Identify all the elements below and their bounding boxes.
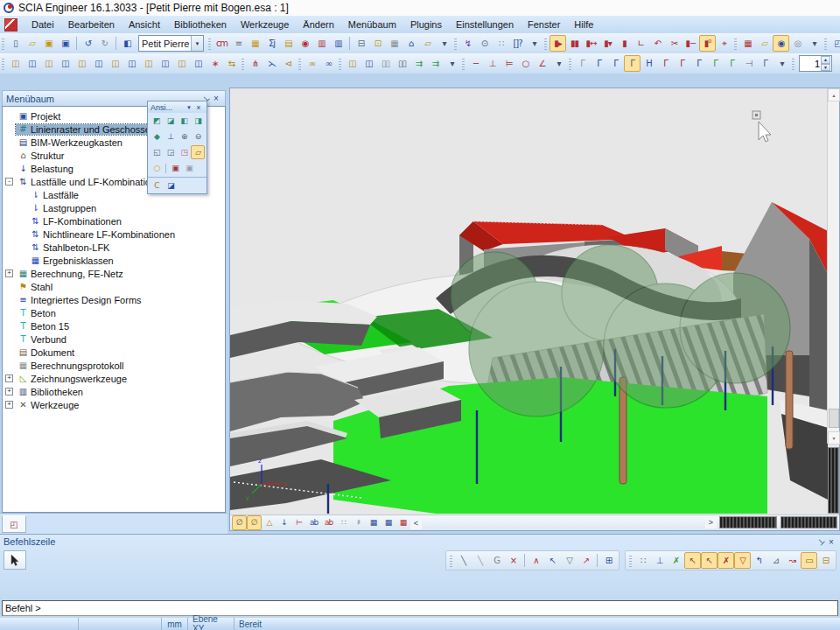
horizontal-pan-control-1[interactable] — [719, 516, 777, 528]
visibility-off-icon[interactable]: ◎ — [789, 35, 806, 52]
hinge-ry-icon[interactable]: Γ — [674, 55, 690, 72]
copy-attributes-icon[interactable]: ◫ — [344, 55, 360, 72]
vertex-poly-icon[interactable]: ▽ — [561, 552, 578, 569]
show-slabs-icon[interactable]: ◫ — [74, 55, 90, 72]
show-numbering-icon[interactable]: ▦ — [381, 515, 396, 530]
drawing-icon[interactable]: ▱ — [419, 35, 436, 52]
beam-remove-icon[interactable]: ▮− — [682, 35, 699, 52]
close-icon[interactable]: × — [211, 94, 221, 103]
tree-item-beton-15[interactable]: TBeton 15 — [3, 319, 225, 332]
scroll-down-icon[interactable]: ▼ — [828, 431, 840, 444]
document-table-icon[interactable]: ▦ — [386, 35, 402, 52]
gallery-icon[interactable]: ▥ — [313, 35, 330, 52]
close-icon[interactable]: × — [193, 103, 204, 112]
escape-icon[interactable]: ↯ — [459, 35, 476, 52]
tree-item-ergebnisklassen[interactable]: ▦Ergebnisklassen — [3, 254, 225, 267]
horizontal-pan-control-2[interactable] — [780, 516, 837, 528]
show-line-grid-icon[interactable]: ♯ — [351, 515, 366, 530]
close-icon[interactable]: × — [826, 537, 836, 547]
expand-icon[interactable]: + — [5, 388, 13, 396]
tree-item-lastgruppen[interactable]: ⇂Lastgruppen — [3, 201, 225, 214]
zoom-selection-icon[interactable]: ◳ — [178, 145, 192, 159]
light-icon[interactable]: ○ — [150, 161, 164, 175]
spin-down-icon[interactable]: ▼ — [821, 64, 830, 72]
show-dot-grid-icon[interactable]: ∷ — [336, 515, 351, 530]
tree-item-berechnungsprotokoll[interactable]: ▦Berechnungsprotokoll — [3, 359, 225, 372]
point-grid-icon[interactable]: ∷ — [493, 35, 509, 52]
screenshot-off-icon[interactable]: ▣ — [182, 161, 196, 175]
activity-grid-icon[interactable]: ▦ — [739, 35, 756, 52]
numeric-input-icon[interactable]: []? — [509, 35, 526, 52]
hinge-rigid-icon[interactable]: Γ — [624, 55, 640, 72]
copy-properties-icon[interactable]: ▯▯ — [377, 55, 394, 72]
view-axo-icon[interactable]: ◨ — [191, 114, 205, 128]
hinge-g2-icon[interactable]: Γ — [724, 55, 740, 72]
beam-zero-icon[interactable]: ▮⁰ — [699, 35, 716, 52]
collapse-icon[interactable]: - — [5, 178, 13, 186]
hinge-dotted-icon[interactable]: Γ — [574, 55, 591, 72]
layers-icon[interactable]: ≡ — [230, 35, 247, 52]
apply-all-icon[interactable]: ⇉ — [427, 55, 444, 72]
draw-arc-icon[interactable]: G — [488, 552, 505, 569]
scroll-right-icon[interactable]: > — [705, 516, 717, 528]
beam-undo-icon[interactable]: ↶ — [649, 35, 666, 52]
vertical-scroll-thumb[interactable] — [829, 409, 839, 428]
hinge-plain-icon[interactable]: Γ — [757, 55, 774, 72]
draw-perpendicular-icon[interactable]: ⊥ — [484, 55, 500, 72]
tree-item-verbund[interactable]: TVerbund — [3, 332, 225, 346]
all-view-params-icon[interactable]: ∞ — [320, 55, 337, 72]
snap-endpoint-icon[interactable]: ↖ — [684, 552, 701, 569]
draw-parallel-icon[interactable]: ⊨ — [500, 55, 517, 72]
show-lcs-icon[interactable]: ◫ — [157, 55, 173, 72]
beam-select-icon[interactable]: ▮▸ — [550, 35, 566, 52]
menu-item-datei[interactable]: Datei — [24, 18, 61, 32]
expand-icon[interactable]: + — [5, 270, 13, 277]
swap-orientation-icon[interactable]: ⇆ — [223, 55, 240, 72]
show-model-data-icon[interactable]: ◫ — [190, 55, 206, 72]
hinge-h-icon[interactable]: H — [640, 55, 657, 72]
menu-item-plugins[interactable]: Plugins — [403, 18, 449, 32]
draw-line-icon[interactable]: ╲ — [455, 552, 472, 569]
menu-item-bibliotheken[interactable]: Bibliotheken — [167, 18, 234, 32]
beam-icon[interactable]: ▮ — [616, 35, 633, 52]
tree-item-bibliotheken[interactable]: +▥Bibliotheken — [3, 385, 225, 398]
tree-item-berechnung-fe-netz[interactable]: +▦Berechnung, FE-Netz — [3, 267, 225, 280]
snap-grid-icon[interactable]: ∷ — [634, 552, 651, 569]
zoom-all-icon[interactable]: ◲ — [164, 145, 178, 159]
screenshot-icon[interactable]: ▣ — [168, 161, 182, 175]
beam-connect-icon[interactable]: ▮↔ — [583, 35, 599, 52]
show-supports-icon[interactable]: ⊢ — [291, 515, 306, 530]
scroll-up-icon[interactable]: ▲ — [828, 88, 840, 102]
draw-angle-icon[interactable]: ∠ — [534, 55, 550, 72]
panel-tab-button[interactable]: ◰ — [2, 515, 26, 533]
snap-intersection-icon[interactable]: ↖ — [701, 552, 718, 569]
apply-add-icon[interactable]: ⇉ — [410, 55, 427, 72]
undo-icon[interactable]: ↺ — [80, 35, 96, 52]
visibility-on-icon[interactable]: ◉ — [773, 35, 789, 52]
regenerate-icon[interactable]: ∗ — [206, 55, 223, 72]
wireframe-icon[interactable]: ∅ — [232, 515, 247, 530]
menu-item-werkzeuge[interactable]: Werkzeuge — [234, 18, 296, 32]
expand-icon[interactable]: + — [5, 374, 13, 382]
command-input[interactable]: Befehl > — [2, 600, 838, 616]
paperspace-gallery-icon[interactable]: ▥ — [330, 35, 346, 52]
show-mesh-icon[interactable]: ▦ — [396, 515, 410, 530]
show-node-numbers-icon[interactable]: ◫ — [7, 55, 24, 72]
tree-item-stahlbeton-lfk[interactable]: ⇅Stahlbeton-LFK — [3, 241, 225, 254]
show-node-labels-icon[interactable]: ◫ — [40, 55, 57, 72]
vertical-scrollbar[interactable]: ▲ ▼ — [827, 88, 839, 444]
vertex-up-icon[interactable]: ∧ — [528, 552, 544, 569]
engineering-report-icon[interactable]: ⌂ — [402, 35, 419, 52]
3d-viewport[interactable]: x z y ▲ ▼ ∅∅△↓⊢abab∷♯▦▦▦ — [229, 88, 840, 531]
window-layout-icon[interactable]: ◧ — [119, 35, 136, 52]
draw-circle-icon[interactable]: ○ — [517, 55, 534, 72]
hinge-a-icon[interactable]: Γ — [591, 55, 607, 72]
menu-item-hilfe[interactable]: Hilfe — [567, 18, 600, 32]
show-load-labels-icon[interactable]: ab — [306, 515, 321, 530]
beam-drop-icon[interactable]: ▮▾ — [599, 35, 616, 52]
open-project-icon[interactable]: ▱ — [24, 35, 40, 52]
menu-item-fenster[interactable]: Fenster — [521, 18, 567, 32]
draw-polyline-icon[interactable]: ╲ — [472, 552, 488, 569]
overflow-icon[interactable]: ▾ — [526, 35, 542, 52]
spin-value-1-input[interactable] — [800, 56, 821, 71]
